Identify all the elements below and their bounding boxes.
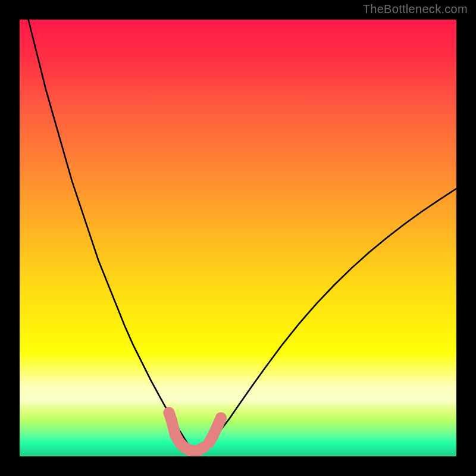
plot-area — [20, 20, 456, 456]
watermark-label: TheBottleneck.com — [363, 2, 468, 16]
chart-stage: TheBottleneck.com — [0, 0, 476, 476]
curve-layer — [20, 20, 456, 456]
left-curve — [29, 20, 190, 447]
data-marker — [166, 415, 177, 426]
data-marker — [207, 431, 218, 442]
data-marker — [215, 412, 227, 424]
right-curve — [203, 189, 456, 447]
